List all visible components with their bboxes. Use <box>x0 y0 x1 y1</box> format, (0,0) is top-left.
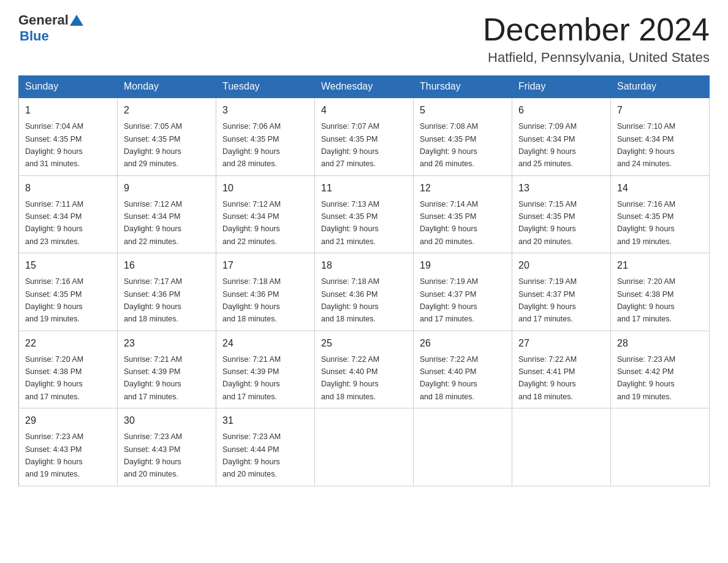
day-info: Sunrise: 7:11 AMSunset: 4:34 PMDaylight:… <box>25 200 83 246</box>
calendar-cell: 5 Sunrise: 7:08 AMSunset: 4:35 PMDayligh… <box>414 98 512 175</box>
calendar-cell: 13 Sunrise: 7:15 AMSunset: 4:35 PMDaylig… <box>512 175 611 253</box>
day-number: 23 <box>124 336 210 351</box>
day-info: Sunrise: 7:16 AMSunset: 4:35 PMDaylight:… <box>25 277 83 323</box>
day-number: 17 <box>222 258 308 273</box>
weekday-header-row: SundayMondayTuesdayWednesdayThursdayFrid… <box>19 76 710 98</box>
day-number: 8 <box>25 181 111 196</box>
logo-blue: Blue <box>20 28 49 44</box>
calendar-cell: 28 Sunrise: 7:23 AMSunset: 4:42 PMDaylig… <box>611 331 710 408</box>
calendar-cell: 15 Sunrise: 7:16 AMSunset: 4:35 PMDaylig… <box>19 253 118 331</box>
day-info: Sunrise: 7:14 AMSunset: 4:35 PMDaylight:… <box>420 200 478 246</box>
day-number: 6 <box>518 103 604 118</box>
day-number: 28 <box>617 336 703 351</box>
day-info: Sunrise: 7:05 AMSunset: 4:35 PMDaylight:… <box>124 122 182 168</box>
calendar-cell: 6 Sunrise: 7:09 AMSunset: 4:34 PMDayligh… <box>512 98 611 175</box>
calendar-cell: 16 Sunrise: 7:17 AMSunset: 4:36 PMDaylig… <box>118 253 216 331</box>
day-info: Sunrise: 7:18 AMSunset: 4:36 PMDaylight:… <box>321 277 379 323</box>
day-info: Sunrise: 7:23 AMSunset: 4:43 PMDaylight:… <box>124 432 182 478</box>
calendar-cell <box>315 408 414 486</box>
day-info: Sunrise: 7:10 AMSunset: 4:34 PMDaylight:… <box>617 122 675 168</box>
day-info: Sunrise: 7:20 AMSunset: 4:38 PMDaylight:… <box>25 355 83 401</box>
day-number: 13 <box>518 181 604 196</box>
week-row-5: 29 Sunrise: 7:23 AMSunset: 4:43 PMDaylig… <box>19 408 710 486</box>
day-info: Sunrise: 7:15 AMSunset: 4:35 PMDaylight:… <box>518 200 577 246</box>
day-info: Sunrise: 7:16 AMSunset: 4:35 PMDaylight:… <box>617 200 675 246</box>
day-number: 22 <box>25 336 111 351</box>
calendar-cell <box>611 408 710 486</box>
calendar-cell: 7 Sunrise: 7:10 AMSunset: 4:34 PMDayligh… <box>611 98 710 175</box>
day-number: 15 <box>25 258 111 273</box>
day-info: Sunrise: 7:18 AMSunset: 4:36 PMDaylight:… <box>222 277 281 323</box>
logo-triangle-icon <box>70 15 83 26</box>
week-row-1: 1 Sunrise: 7:04 AMSunset: 4:35 PMDayligh… <box>19 98 710 175</box>
day-number: 26 <box>420 336 506 351</box>
calendar-cell: 18 Sunrise: 7:18 AMSunset: 4:36 PMDaylig… <box>315 253 414 331</box>
day-number: 10 <box>222 181 308 196</box>
location-title: Hatfield, Pennsylvania, United States <box>483 50 710 66</box>
calendar-cell <box>512 408 611 486</box>
day-number: 20 <box>518 258 604 273</box>
calendar-cell: 20 Sunrise: 7:19 AMSunset: 4:37 PMDaylig… <box>512 253 611 331</box>
calendar-cell: 14 Sunrise: 7:16 AMSunset: 4:35 PMDaylig… <box>611 175 710 253</box>
day-info: Sunrise: 7:23 AMSunset: 4:44 PMDaylight:… <box>222 432 281 478</box>
day-number: 3 <box>222 103 308 118</box>
day-number: 12 <box>420 181 506 196</box>
day-number: 25 <box>321 336 407 351</box>
day-number: 18 <box>321 258 407 273</box>
day-info: Sunrise: 7:22 AMSunset: 4:41 PMDaylight:… <box>518 355 577 401</box>
day-info: Sunrise: 7:20 AMSunset: 4:38 PMDaylight:… <box>617 277 675 323</box>
page-header: General Blue December 2024 Hatfield, Pen… <box>18 12 710 66</box>
week-row-3: 15 Sunrise: 7:16 AMSunset: 4:35 PMDaylig… <box>19 253 710 331</box>
day-number: 19 <box>420 258 506 273</box>
calendar-cell: 12 Sunrise: 7:14 AMSunset: 4:35 PMDaylig… <box>414 175 512 253</box>
day-number: 21 <box>617 258 703 273</box>
day-number: 16 <box>124 258 210 273</box>
day-number: 24 <box>222 336 308 351</box>
calendar-cell: 22 Sunrise: 7:20 AMSunset: 4:38 PMDaylig… <box>19 331 118 408</box>
day-number: 29 <box>25 413 111 428</box>
day-info: Sunrise: 7:06 AMSunset: 4:35 PMDaylight:… <box>222 122 281 168</box>
day-number: 1 <box>25 103 111 118</box>
day-info: Sunrise: 7:22 AMSunset: 4:40 PMDaylight:… <box>321 355 379 401</box>
calendar-cell: 26 Sunrise: 7:22 AMSunset: 4:40 PMDaylig… <box>414 331 512 408</box>
day-number: 27 <box>518 336 604 351</box>
day-number: 9 <box>124 181 210 196</box>
day-info: Sunrise: 7:13 AMSunset: 4:35 PMDaylight:… <box>321 200 379 246</box>
weekday-header-monday: Monday <box>118 76 216 98</box>
weekday-header-friday: Friday <box>512 76 611 98</box>
day-number: 11 <box>321 181 407 196</box>
weekday-header-tuesday: Tuesday <box>216 76 315 98</box>
day-info: Sunrise: 7:21 AMSunset: 4:39 PMDaylight:… <box>222 355 281 401</box>
day-info: Sunrise: 7:17 AMSunset: 4:36 PMDaylight:… <box>124 277 182 323</box>
calendar-cell: 23 Sunrise: 7:21 AMSunset: 4:39 PMDaylig… <box>118 331 216 408</box>
calendar-cell: 29 Sunrise: 7:23 AMSunset: 4:43 PMDaylig… <box>19 408 118 486</box>
weekday-header-sunday: Sunday <box>19 76 118 98</box>
calendar-cell: 25 Sunrise: 7:22 AMSunset: 4:40 PMDaylig… <box>315 331 414 408</box>
week-row-2: 8 Sunrise: 7:11 AMSunset: 4:34 PMDayligh… <box>19 175 710 253</box>
calendar-cell <box>414 408 512 486</box>
day-info: Sunrise: 7:19 AMSunset: 4:37 PMDaylight:… <box>518 277 577 323</box>
calendar-cell: 9 Sunrise: 7:12 AMSunset: 4:34 PMDayligh… <box>118 175 216 253</box>
day-info: Sunrise: 7:23 AMSunset: 4:43 PMDaylight:… <box>25 432 83 478</box>
weekday-header-wednesday: Wednesday <box>315 76 414 98</box>
logo: General Blue <box>18 12 83 44</box>
calendar-cell: 8 Sunrise: 7:11 AMSunset: 4:34 PMDayligh… <box>19 175 118 253</box>
calendar-cell: 11 Sunrise: 7:13 AMSunset: 4:35 PMDaylig… <box>315 175 414 253</box>
day-info: Sunrise: 7:19 AMSunset: 4:37 PMDaylight:… <box>420 277 478 323</box>
calendar-cell: 31 Sunrise: 7:23 AMSunset: 4:44 PMDaylig… <box>216 408 315 486</box>
day-info: Sunrise: 7:12 AMSunset: 4:34 PMDaylight:… <box>124 200 182 246</box>
day-info: Sunrise: 7:08 AMSunset: 4:35 PMDaylight:… <box>420 122 478 168</box>
day-number: 5 <box>420 103 506 118</box>
calendar-cell: 1 Sunrise: 7:04 AMSunset: 4:35 PMDayligh… <box>19 98 118 175</box>
calendar-cell: 27 Sunrise: 7:22 AMSunset: 4:41 PMDaylig… <box>512 331 611 408</box>
day-info: Sunrise: 7:23 AMSunset: 4:42 PMDaylight:… <box>617 355 675 401</box>
day-number: 30 <box>124 413 210 428</box>
calendar-cell: 21 Sunrise: 7:20 AMSunset: 4:38 PMDaylig… <box>611 253 710 331</box>
day-info: Sunrise: 7:09 AMSunset: 4:34 PMDaylight:… <box>518 122 577 168</box>
calendar-cell: 24 Sunrise: 7:21 AMSunset: 4:39 PMDaylig… <box>216 331 315 408</box>
title-area: December 2024 Hatfield, Pennsylvania, Un… <box>483 12 710 66</box>
day-info: Sunrise: 7:12 AMSunset: 4:34 PMDaylight:… <box>222 200 281 246</box>
day-info: Sunrise: 7:07 AMSunset: 4:35 PMDaylight:… <box>321 122 379 168</box>
calendar-table: SundayMondayTuesdayWednesdayThursdayFrid… <box>18 75 710 486</box>
calendar-cell: 10 Sunrise: 7:12 AMSunset: 4:34 PMDaylig… <box>216 175 315 253</box>
